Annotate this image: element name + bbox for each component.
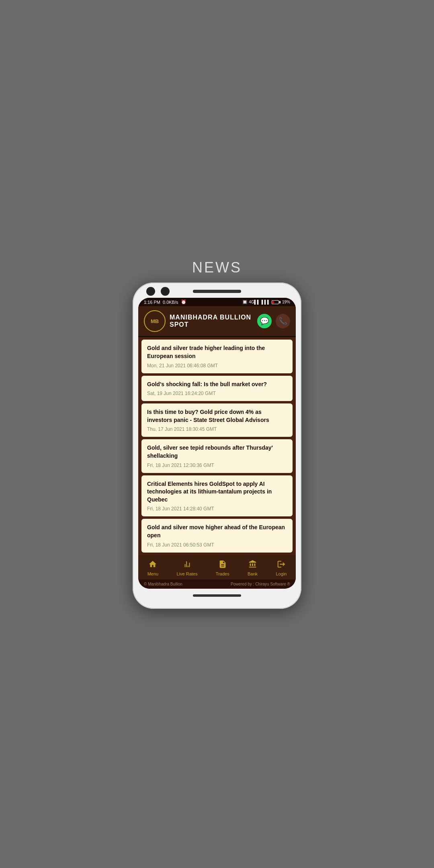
battery-indicator <box>272 300 280 304</box>
nav-item-bank[interactable]: Bank <box>244 558 262 578</box>
sim-icon: 🔲 <box>242 300 247 304</box>
phone-cameras <box>146 287 170 296</box>
app-header: MB MANIBHADRA BULLION SPOT 💬 📞 <box>138 306 296 337</box>
nav-icon-4 <box>277 560 286 571</box>
status-network: 0.0KB/s <box>163 300 178 305</box>
nav-item-trades[interactable]: Trades <box>212 558 233 578</box>
footer-left: © Manibhadra Bullion <box>144 582 182 586</box>
phone-button[interactable]: 📞 <box>276 314 290 328</box>
status-time: 1:16 PM <box>144 300 160 305</box>
phone-notch <box>193 290 241 293</box>
phone-home-bar <box>193 594 241 597</box>
news-list: Gold and silver trade higher leading int… <box>138 337 296 555</box>
screen-inner: 1:16 PM 0.0KB/s ⏰ 🔲 4G▌▌ ▌▌▌ 19% <box>138 298 296 588</box>
news-item[interactable]: Is this time to buy? Gold price down 4% … <box>141 403 293 437</box>
news-item[interactable]: Gold, silver see tepid rebounds after Th… <box>141 439 293 473</box>
nav-icon-1 <box>183 560 192 571</box>
news-title-0: Gold and silver trade higher leading int… <box>147 344 287 360</box>
nav-item-live-rates[interactable]: Live Rates <box>173 558 202 578</box>
status-bar: 1:16 PM 0.0KB/s ⏰ 🔲 4G▌▌ ▌▌▌ 19% <box>138 298 296 306</box>
whatsapp-button[interactable]: 💬 <box>257 314 272 328</box>
phone-top-bar <box>138 290 296 293</box>
nav-icon-3 <box>248 560 257 571</box>
signal-4g: 4G▌▌ <box>249 300 260 304</box>
app-name-part1: MANIBHADRA BULLION <box>170 314 251 321</box>
camera-left <box>146 287 155 296</box>
news-item[interactable]: Critical Elements hires GoldSpot to appl… <box>141 475 293 517</box>
nav-label-3: Bank <box>248 571 258 576</box>
news-item[interactable]: Gold's shocking fall: Is the bull market… <box>141 376 293 401</box>
header-icons: 💬 📞 <box>257 314 290 328</box>
alarm-icon: ⏰ <box>181 299 186 305</box>
nav-label-4: Login <box>276 571 287 576</box>
bottom-nav: Menu Live Rates Trades Bank Login <box>138 555 296 579</box>
nav-icon-2 <box>218 560 227 571</box>
news-title-3: Gold, silver see tepid rebounds after Th… <box>147 444 287 460</box>
news-title-5: Gold and silver move higher ahead of the… <box>147 524 287 539</box>
app-logo: MB <box>144 310 166 332</box>
news-date-1: Sat, 19 Jun 2021 16:24:20 GMT <box>147 391 287 396</box>
nav-label-2: Trades <box>216 571 229 576</box>
news-item[interactable]: Gold and silver move higher ahead of the… <box>141 519 293 552</box>
nav-item-menu[interactable]: Menu <box>143 558 163 578</box>
nav-icon-0 <box>148 560 157 571</box>
news-date-2: Thu, 17 Jun 2021 18:30:45 GMT <box>147 426 287 432</box>
whatsapp-icon: 💬 <box>260 317 269 326</box>
news-date-4: Fri, 18 Jun 2021 14:28:40 GMT <box>147 506 287 512</box>
news-title-4: Critical Elements hires GoldSpot to appl… <box>147 480 287 504</box>
camera-right <box>161 287 170 296</box>
nav-label-0: Menu <box>147 571 159 576</box>
news-date-5: Fri, 18 Jun 2021 06:50:53 GMT <box>147 542 287 548</box>
app-name-part2: SPOT <box>170 321 189 328</box>
battery-percent: 19% <box>282 300 290 304</box>
news-title-2: Is this time to buy? Gold price down 4% … <box>147 408 287 424</box>
news-title-1: Gold's shocking fall: Is the bull market… <box>147 381 287 389</box>
phone-frame: 1:16 PM 0.0KB/s ⏰ 🔲 4G▌▌ ▌▌▌ 19% <box>133 283 301 608</box>
app-footer: © Manibhadra Bullion Powered by : Chiray… <box>138 579 296 589</box>
phone-bottom-bar <box>138 594 296 597</box>
footer-right: Powered by : Chirayu Software ® <box>231 582 290 586</box>
app-name: MANIBHADRA BULLION SPOT <box>170 314 253 328</box>
news-date-0: Mon, 21 Jun 2021 06:46:08 GMT <box>147 363 287 368</box>
phone-icon: 📞 <box>278 317 287 326</box>
status-left: 1:16 PM 0.0KB/s ⏰ <box>144 299 186 305</box>
nav-label-1: Live Rates <box>177 571 198 576</box>
phone-screen: 1:16 PM 0.0KB/s ⏰ 🔲 4G▌▌ ▌▌▌ 19% <box>138 298 296 588</box>
news-date-3: Fri, 18 Jun 2021 12:30:36 GMT <box>147 463 287 468</box>
nav-item-login[interactable]: Login <box>272 558 291 578</box>
news-item[interactable]: Gold and silver trade higher leading int… <box>141 340 293 373</box>
page-title: NEWS <box>192 259 242 276</box>
signal-bars: ▌▌▌ <box>262 300 270 304</box>
status-right: 🔲 4G▌▌ ▌▌▌ 19% <box>242 300 290 304</box>
